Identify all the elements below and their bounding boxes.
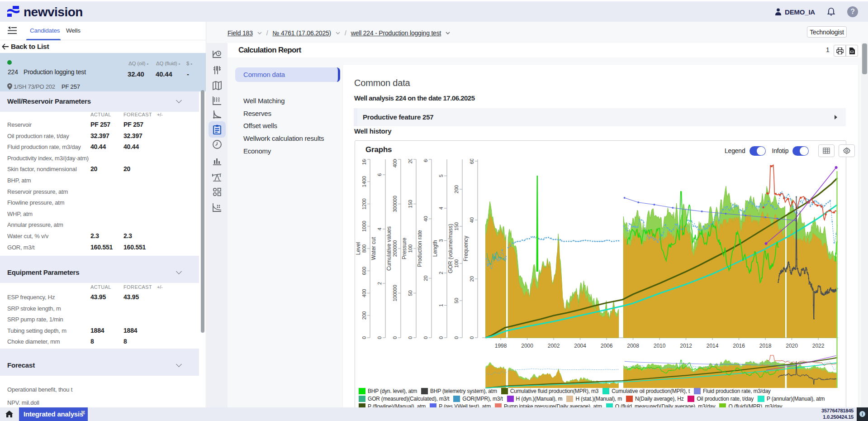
svg-text:Frequency: Frequency bbox=[463, 236, 469, 262]
svg-text:4: 4 bbox=[438, 207, 444, 210]
svg-text:1: 1 bbox=[438, 304, 444, 306]
svg-text:0: 0 bbox=[454, 336, 459, 339]
svg-text:20: 20 bbox=[469, 276, 474, 282]
svg-text:1998: 1998 bbox=[495, 343, 507, 349]
svg-text:2020: 2020 bbox=[786, 343, 798, 349]
svg-text:Cumulative values: Cumulative values bbox=[386, 226, 392, 271]
svg-text:60: 60 bbox=[469, 158, 474, 164]
svg-text:2014: 2014 bbox=[707, 343, 719, 349]
svg-text:150: 150 bbox=[454, 222, 459, 230]
svg-text:1400: 1400 bbox=[361, 176, 367, 187]
svg-text:2016: 2016 bbox=[733, 343, 745, 349]
svg-text:100000: 100000 bbox=[392, 285, 398, 301]
svg-text:2006: 2006 bbox=[601, 343, 613, 349]
svg-text:0: 0 bbox=[392, 336, 398, 339]
svg-text:400: 400 bbox=[361, 289, 367, 297]
svg-text:100: 100 bbox=[408, 244, 413, 253]
svg-text:0: 0 bbox=[361, 336, 367, 339]
svg-text:Length: Length bbox=[432, 240, 438, 257]
svg-text:1600: 1600 bbox=[361, 154, 367, 165]
svg-text:800: 800 bbox=[361, 244, 367, 253]
svg-text:2012: 2012 bbox=[680, 343, 692, 349]
svg-text:0: 0 bbox=[423, 336, 428, 339]
svg-text:2008: 2008 bbox=[627, 343, 639, 349]
svg-text:Level: Level bbox=[355, 242, 361, 255]
svg-text:600: 600 bbox=[361, 267, 367, 275]
svg-text:200: 200 bbox=[408, 155, 413, 163]
svg-text:0: 0 bbox=[377, 336, 382, 339]
svg-text:0: 0 bbox=[438, 336, 444, 339]
svg-text:2022: 2022 bbox=[812, 343, 825, 349]
svg-text:0: 0 bbox=[469, 336, 474, 339]
svg-text:50: 50 bbox=[408, 290, 413, 296]
svg-text:GOR (volume/mass): GOR (volume/mass) bbox=[447, 224, 454, 273]
svg-text:2002: 2002 bbox=[548, 343, 560, 349]
svg-text:40: 40 bbox=[423, 216, 428, 221]
svg-text:Water cut: Water cut bbox=[370, 237, 377, 260]
svg-text:4: 4 bbox=[377, 228, 382, 230]
svg-text:2: 2 bbox=[377, 282, 382, 285]
svg-text:2: 2 bbox=[438, 272, 444, 274]
svg-text:60: 60 bbox=[423, 157, 428, 162]
svg-text:0: 0 bbox=[408, 336, 413, 339]
svg-text:300000: 300000 bbox=[392, 196, 398, 212]
svg-text:1000: 1000 bbox=[361, 221, 367, 232]
svg-text:200000: 200000 bbox=[392, 240, 398, 257]
svg-text:2018: 2018 bbox=[759, 343, 772, 349]
svg-text:3: 3 bbox=[438, 239, 444, 242]
svg-text:100: 100 bbox=[454, 259, 459, 268]
svg-text:2000: 2000 bbox=[521, 343, 533, 349]
svg-text:2010: 2010 bbox=[654, 343, 666, 349]
svg-text:50: 50 bbox=[454, 298, 459, 303]
svg-text:1200: 1200 bbox=[361, 198, 367, 209]
svg-text:6: 6 bbox=[377, 173, 382, 176]
svg-text:Pressure: Pressure bbox=[401, 238, 408, 259]
svg-text:200: 200 bbox=[454, 185, 459, 193]
svg-text:400000: 400000 bbox=[392, 151, 398, 168]
svg-text:20: 20 bbox=[423, 276, 428, 281]
svg-text:2004: 2004 bbox=[574, 343, 586, 349]
svg-text:5: 5 bbox=[438, 174, 444, 177]
svg-text:Production rate: Production rate bbox=[417, 230, 423, 267]
svg-text:40: 40 bbox=[469, 217, 474, 223]
svg-text:200: 200 bbox=[361, 311, 367, 320]
svg-text:150: 150 bbox=[408, 200, 413, 208]
